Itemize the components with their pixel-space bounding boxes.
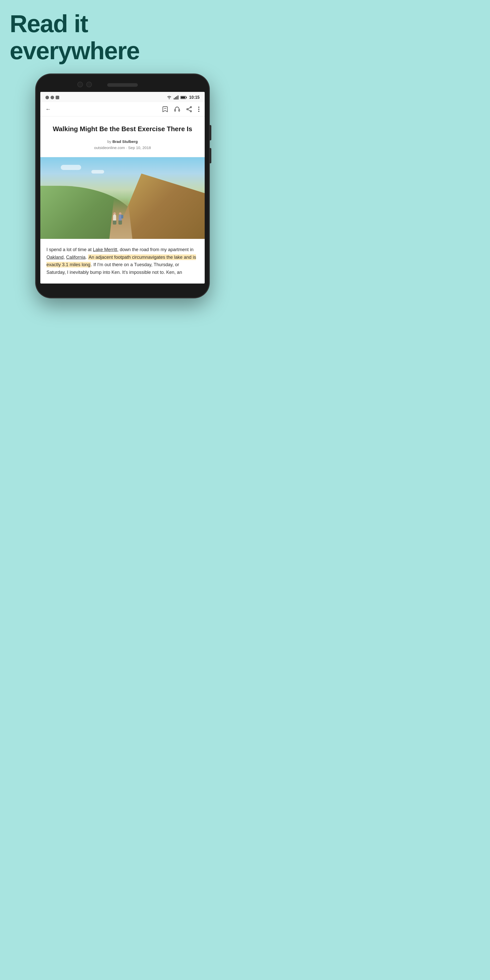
article-date: Sep 10, 2018	[128, 145, 151, 150]
toolbar-left: ←	[45, 106, 51, 113]
article-author: Brad Stulberg	[112, 139, 138, 144]
share-icon[interactable]	[186, 106, 192, 112]
phone-top-bar	[40, 79, 205, 92]
body-text-3: ,	[64, 255, 66, 260]
status-dots	[45, 96, 59, 99]
svg-rect-7	[181, 97, 185, 99]
svg-point-0	[169, 99, 170, 99]
svg-rect-1	[174, 98, 175, 100]
cloud-2	[91, 170, 104, 173]
status-dot-3	[56, 96, 59, 99]
walkers	[113, 212, 122, 223]
bookmark-icon[interactable]	[162, 106, 168, 112]
headphones-icon[interactable]	[174, 107, 180, 112]
hero-title-line2: everywhere	[10, 37, 139, 64]
walker-2	[118, 212, 122, 223]
svg-rect-9	[179, 110, 180, 111]
article-meta: by Brad Stulberg outsideonline.com · Sep…	[46, 138, 199, 151]
walker-1	[113, 212, 117, 223]
svg-line-14	[188, 110, 190, 111]
link-lake-merritt[interactable]: Lake Merritt	[93, 247, 117, 252]
battery-icon	[180, 96, 187, 99]
hero-title-line1: Read it	[10, 10, 88, 37]
toolbar-right	[162, 106, 200, 112]
svg-point-10	[190, 107, 192, 108]
article-body: I spend a lot of time at Lake Merritt, d…	[40, 239, 205, 283]
svg-point-16	[198, 108, 199, 110]
status-bar: 10:15	[40, 92, 205, 102]
walker-1-legs	[113, 221, 116, 224]
svg-line-13	[188, 107, 190, 109]
walker-2-backpack	[121, 215, 123, 218]
phone-outer: 10:15 ←	[36, 74, 209, 298]
status-dot-2	[51, 96, 54, 99]
cloud-1	[61, 165, 81, 170]
article-title-text: Walking Might Be the Best Exercise There…	[53, 125, 192, 133]
svg-rect-6	[186, 97, 187, 98]
svg-point-15	[198, 107, 199, 107]
time-display: 10:15	[189, 95, 200, 100]
signal-icon	[174, 95, 178, 100]
svg-point-11	[190, 110, 192, 112]
svg-rect-4	[178, 95, 178, 100]
walker-2-legs	[118, 221, 122, 224]
phone-camera-left	[77, 82, 83, 87]
status-right: 10:15	[167, 95, 200, 100]
svg-point-12	[187, 108, 188, 110]
more-options-icon[interactable]	[198, 107, 200, 112]
article-toolbar: ←	[40, 102, 205, 116]
phone-screen: 10:15 ←	[40, 92, 205, 283]
status-dot-1	[45, 96, 49, 99]
phone-bottom-bar	[40, 283, 205, 293]
link-oakland[interactable]: Oakland	[46, 255, 64, 260]
article-header: Walking Might Be the Best Exercise There…	[40, 116, 205, 157]
body-text-4: .	[86, 255, 88, 260]
back-button[interactable]: ←	[45, 106, 51, 113]
article-hero-image	[40, 157, 205, 239]
hero-section: Read it everywhere	[10, 10, 235, 64]
phone-speaker	[107, 83, 138, 87]
article-title: Walking Might Be the Best Exercise There…	[46, 124, 199, 134]
hero-title: Read it everywhere	[10, 10, 235, 64]
svg-rect-2	[175, 97, 176, 100]
svg-rect-8	[175, 110, 176, 111]
svg-point-17	[198, 110, 199, 111]
body-text-2: , down the road from my apartment in	[117, 247, 193, 252]
walker-1-body	[113, 215, 116, 221]
article-source: outsideonline.com	[94, 145, 125, 150]
phone-mockup: 10:15 ←	[36, 74, 209, 298]
link-california[interactable]: California	[66, 255, 86, 260]
body-text-1: I spend a lot of time at	[46, 247, 93, 252]
wifi-icon	[167, 95, 172, 100]
author-prefix: by	[107, 139, 112, 144]
phone-camera-right	[86, 82, 92, 87]
svg-rect-3	[177, 96, 177, 100]
